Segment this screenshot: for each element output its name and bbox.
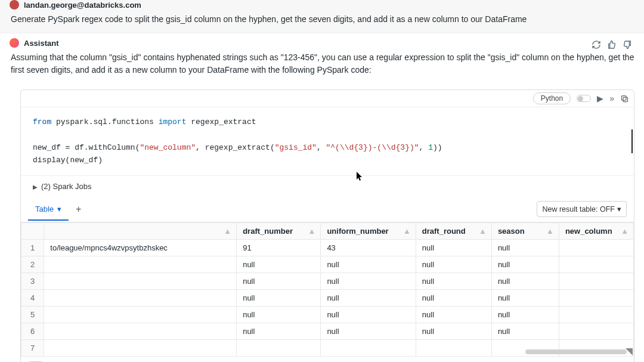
spark-jobs-label: (2) Spark Jobs [41,182,92,191]
table-row[interactable]: 5nullnullnullnull [21,306,634,323]
cell [44,289,237,306]
rownum: 7 [21,339,44,356]
cell: null [237,256,321,273]
sort-icon: ▲ [308,227,316,236]
assistant-title: Assistant [24,39,59,48]
rownum: 6 [21,323,44,339]
user-message: landan.george@databricks.com Generate Py… [0,0,644,33]
spark-jobs-row[interactable]: ▶(2) Spark Jobs [21,176,634,197]
cell: null [491,256,559,273]
cell: null [321,323,416,339]
rownum: 5 [21,306,44,323]
rownum: 3 [21,273,44,289]
cell: 91 [237,239,321,256]
code-l2a: new_df = df.withColumn( [33,143,140,152]
cell: null [416,323,491,339]
thumbs-up-icon[interactable] [607,40,617,49]
language-selector[interactable]: Python [533,92,571,104]
col-unknown[interactable]: ▲ [44,222,237,239]
table-row[interactable]: 4nullnullnullnull [21,289,634,306]
tab-table[interactable]: Table ▾ [28,197,69,221]
assistant-reply-text: Assuming that the column "gsis_id" conta… [11,51,634,76]
cell [559,256,633,273]
col-new-column-label: new_column [565,227,612,236]
cell: null [491,289,559,306]
col-season[interactable]: season▲ [491,222,559,239]
cell: null [416,256,491,273]
cell [44,323,237,339]
tab-table-label: Table [35,205,54,214]
cell [559,306,633,323]
cell: null [416,273,491,289]
table-row[interactable]: 6nullnullnullnull [21,323,634,339]
code-mod: pyspark.sql.functions [51,117,158,126]
sort-icon: ▲ [479,227,487,236]
cell: null [321,256,416,273]
result-table-wrap: ▲ draft_number▲ uniform_number▲ draft_ro… [21,222,634,357]
thumbs-down-icon[interactable] [623,40,632,49]
col-new-column[interactable]: new_column▲ [559,222,633,239]
rownum: 1 [21,239,44,256]
cell: null [321,273,416,289]
code-kw-from: from [33,117,51,126]
cell-toolbar: Python ▶ » [21,90,634,107]
cell [559,239,633,256]
code-l2i: )) [433,143,442,152]
col-season-label: season [498,227,525,236]
user-avatar [10,0,19,10]
svg-rect-0 [623,97,628,102]
resize-handle-icon[interactable] [626,348,633,355]
code-num: 1 [428,143,433,152]
code-str2: "gsis_id" [275,143,317,152]
regenerate-icon[interactable] [592,40,601,49]
run-cell-icon[interactable]: ▶ [597,94,603,103]
result-tabbar: Table ▾ + New result table: OFF ▾ [21,197,634,222]
sort-icon: ▲ [403,227,411,236]
table-row[interactable]: 3nullnullnullnull [21,273,634,289]
result-table-toggle[interactable]: New result table: OFF ▾ [537,201,627,217]
cell: null [491,273,559,289]
code-fn: regexp_extract [186,117,256,126]
cell [559,273,633,289]
cell: null [321,306,416,323]
user-prompt-text: Generate PySpark regex code to split the… [11,13,634,26]
vscroll-indicator[interactable] [631,129,633,153]
horizontal-scrollbar[interactable] [525,349,627,354]
cell: null [491,323,559,339]
table-row[interactable]: 2nullnullnullnull [21,256,634,273]
cell: null [237,306,321,323]
rownum: 2 [21,256,44,273]
cell: null [491,306,559,323]
rownum: 4 [21,289,44,306]
expand-icon[interactable]: » [609,94,614,103]
cell: 43 [321,239,416,256]
col-rownum[interactable] [21,222,44,239]
cell: null [416,239,491,256]
cell: to/league/mpncs4wzvpsytbzhskec [44,239,237,256]
cell [44,306,237,323]
copy-cell-icon[interactable] [620,94,629,103]
user-header: landan.george@databricks.com [10,0,634,10]
svg-rect-1 [622,95,627,100]
code-editor[interactable]: from pyspark.sql.functions import regexp… [21,107,634,176]
cell [44,339,237,356]
code-l2g: , [419,143,429,152]
connect-toggle[interactable] [577,95,591,102]
col-uniform-number[interactable]: uniform_number▲ [321,222,416,239]
col-draft-round-label: draft_round [422,227,466,236]
code-str3: "^(\\d{3})-(\\d{3})" [326,143,419,152]
col-draft-round[interactable]: draft_round▲ [416,222,491,239]
result-footer: ↓ 7,127 rows | Truncated data | 23.50 se… [21,357,634,362]
col-draft-number[interactable]: draft_number▲ [237,222,321,239]
expand-caret-icon: ▶ [33,184,38,190]
cell [321,339,416,356]
cell [416,339,491,356]
cell: null [416,289,491,306]
cell [44,256,237,273]
assistant-avatar [10,38,19,48]
code-l2c: , regexp_extract( [196,143,275,152]
result-toggle-label: New result table: OFF [542,205,615,214]
add-tab-button[interactable]: + [69,197,88,222]
cell [44,273,237,289]
table-row[interactable]: 1to/league/mpncs4wzvpsytbzhskec9143nulln… [21,239,634,256]
